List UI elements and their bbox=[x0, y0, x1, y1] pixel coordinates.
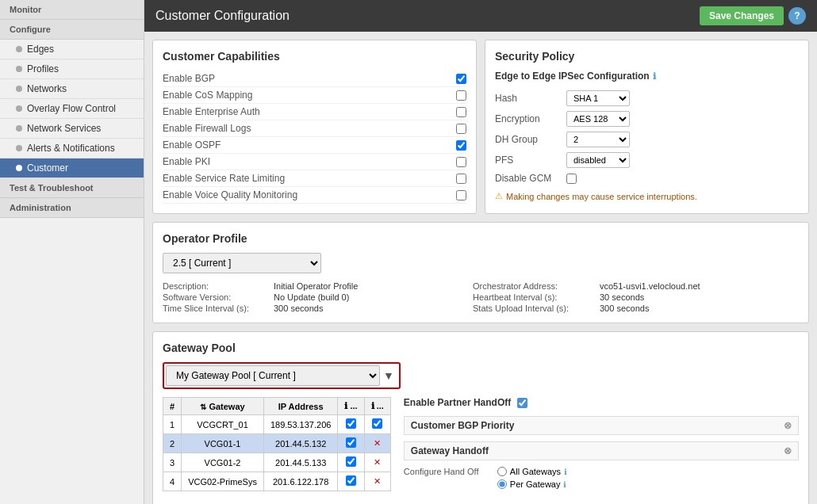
sort-icon: ⇅ bbox=[200, 403, 206, 411]
per-gateway-radio[interactable] bbox=[497, 479, 507, 489]
sidebar-item-customer[interactable]: Customer bbox=[0, 158, 144, 178]
row-check1[interactable] bbox=[338, 472, 364, 491]
row-num: 3 bbox=[163, 453, 182, 472]
pfs-select[interactable]: disabled bbox=[566, 152, 630, 168]
row-ip: 189.53.137.206 bbox=[263, 415, 337, 434]
cap-check-service-rate[interactable] bbox=[456, 174, 466, 184]
row-num: 4 bbox=[163, 472, 182, 491]
col-gateway: ⇅ Gateway bbox=[182, 398, 264, 415]
row-check2[interactable] bbox=[364, 415, 390, 434]
row-check1[interactable] bbox=[338, 434, 364, 453]
row-check1[interactable] bbox=[338, 415, 364, 434]
cap-row-service-rate: Enable Service Rate Limiting bbox=[163, 170, 466, 187]
cap-row-ospf: Enable OSPF bbox=[163, 137, 466, 154]
gateway-pool-select[interactable]: My Gateway Pool [ Current ] bbox=[166, 365, 380, 386]
enable-partner-handoff-check[interactable] bbox=[517, 398, 527, 408]
cap-check-enterprise-auth[interactable] bbox=[456, 107, 466, 117]
security-panel: Security Policy Edge to Edge IPSec Confi… bbox=[485, 40, 809, 214]
software-version-label: Software Version: bbox=[163, 292, 274, 302]
cap-check-cos[interactable] bbox=[456, 90, 466, 101]
customer-bgp-label: Customer BGP Priority ⊗ bbox=[404, 416, 799, 435]
gateway-handoff-collapse-icon[interactable]: ⊗ bbox=[784, 445, 792, 456]
test-troubleshoot-section[interactable]: Test & Troubleshoot bbox=[0, 178, 144, 198]
row-check2[interactable]: ✕ bbox=[364, 472, 390, 491]
cap-check-ospf[interactable] bbox=[456, 140, 466, 151]
row-gateway: VCG01-2 bbox=[182, 453, 264, 472]
operator-profile-title: Operator Profile bbox=[163, 232, 799, 245]
help-button[interactable]: ? bbox=[788, 7, 806, 25]
table-row[interactable]: 4 VCG02-PrimeSys 201.6.122.178 ✕ bbox=[163, 472, 391, 491]
encryption-select[interactable]: AES 128 bbox=[566, 111, 630, 127]
page-title: Customer Configuration bbox=[155, 9, 290, 23]
disable-gcm-check[interactable] bbox=[566, 174, 577, 184]
operator-profile-panel: Operator Profile 2.5 [ Current ] Descrip… bbox=[152, 222, 809, 323]
cap-row-firewall-logs: Enable Firewall Logs bbox=[163, 120, 466, 137]
cap-check-pki[interactable] bbox=[456, 157, 466, 167]
stats-label: Stats Upload Interval (s): bbox=[473, 304, 600, 313]
gateway-right-panel: Enable Partner HandOff Customer BGP Prio… bbox=[404, 397, 799, 497]
customer-dot-icon bbox=[16, 165, 22, 171]
security-warning: ⚠ Making changes may cause service inter… bbox=[495, 191, 799, 201]
per-gateway-row: Per Gateway ℹ bbox=[404, 478, 799, 491]
sidebar-item-edges[interactable]: Edges bbox=[0, 40, 144, 59]
stats-value: 300 seconds bbox=[600, 304, 799, 313]
gateway-content: # ⇅ Gateway IP Address ℹ ... ℹ ... bbox=[163, 397, 799, 497]
all-gateways-option[interactable]: All Gateways ℹ bbox=[497, 467, 567, 476]
table-row[interactable]: 3 VCG01-2 201.44.5.133 ✕ bbox=[163, 453, 391, 472]
gw-select-arrow: ▼ bbox=[380, 369, 397, 382]
row-gateway: VCG01-1 bbox=[182, 434, 264, 453]
row-num: 2 bbox=[163, 434, 182, 453]
profiles-dot-icon bbox=[16, 66, 22, 72]
gateway-pool-title: Gateway Pool bbox=[163, 342, 799, 354]
sidebar: Monitor Configure Edges Profiles Network… bbox=[0, 0, 144, 504]
row-ip: 201.6.122.178 bbox=[263, 472, 337, 491]
hash-select[interactable]: SHA 1 bbox=[566, 90, 630, 106]
description-value: Initial Operator Profile bbox=[274, 281, 473, 291]
warning-icon: ⚠ bbox=[495, 191, 503, 201]
sec-row-dh-group: DH Group 2 bbox=[495, 129, 799, 150]
cap-row-bgp: Enable BGP bbox=[163, 71, 466, 87]
administration-section[interactable]: Administration bbox=[0, 198, 144, 218]
customer-bgp-section: Customer BGP Priority ⊗ bbox=[404, 416, 799, 435]
enable-partner-handoff-row: Enable Partner HandOff bbox=[404, 397, 799, 408]
edges-dot-icon bbox=[16, 46, 22, 52]
sidebar-item-overlay-flow-control[interactable]: Overlay Flow Control bbox=[0, 99, 144, 119]
row-check2[interactable]: ✕ bbox=[364, 434, 390, 453]
top-row: Customer Capabilities Enable BGP Enable … bbox=[152, 40, 809, 214]
monitor-section: Monitor bbox=[0, 0, 144, 20]
all-gateways-radio[interactable] bbox=[497, 467, 507, 476]
sidebar-item-alerts-notifications[interactable]: Alerts & Notifications bbox=[0, 139, 144, 158]
capabilities-panel: Customer Capabilities Enable BGP Enable … bbox=[152, 40, 477, 214]
customer-bgp-collapse-icon[interactable]: ⊗ bbox=[784, 420, 792, 431]
row-check2[interactable]: ✕ bbox=[364, 453, 390, 472]
cap-row-enterprise-auth: Enable Enterprise Auth bbox=[163, 104, 466, 120]
dh-group-select[interactable]: 2 bbox=[566, 132, 630, 147]
save-changes-button[interactable]: Save Changes bbox=[700, 6, 784, 25]
all-gateways-info-icon: ℹ bbox=[564, 468, 567, 476]
info-icon: ℹ bbox=[653, 71, 656, 82]
cap-check-firewall-logs[interactable] bbox=[456, 124, 466, 134]
row-check1[interactable] bbox=[338, 453, 364, 472]
security-title: Security Policy bbox=[495, 50, 799, 63]
cap-check-bgp[interactable] bbox=[456, 74, 466, 84]
orchestrator-label: Orchestrator Address: bbox=[473, 281, 600, 291]
sidebar-item-networks[interactable]: Networks bbox=[0, 79, 144, 99]
cap-check-voice-quality[interactable] bbox=[456, 190, 466, 200]
table-row[interactable]: 2 VCG01-1 201.44.5.132 ✕ bbox=[163, 434, 391, 453]
security-body: Security Policy Edge to Edge IPSec Confi… bbox=[485, 40, 808, 211]
row-num: 1 bbox=[163, 415, 182, 434]
row-ip: 201.44.5.132 bbox=[263, 434, 337, 453]
capabilities-rows: Enable BGP Enable CoS Mapping Enable Ent… bbox=[163, 71, 466, 204]
sidebar-item-network-services[interactable]: Network Services bbox=[0, 119, 144, 139]
operator-profile-select[interactable]: 2.5 [ Current ] bbox=[163, 253, 321, 273]
table-row[interactable]: 1 VCGCRT_01 189.53.137.206 bbox=[163, 415, 391, 434]
gateway-pool-select-wrapper: My Gateway Pool [ Current ] ▼ bbox=[163, 362, 401, 389]
gateway-handoff-section: Gateway Handoff ⊗ Configure Hand Off All… bbox=[404, 441, 799, 491]
content-area: Customer Capabilities Enable BGP Enable … bbox=[144, 32, 817, 504]
configure-section: Configure bbox=[0, 20, 144, 40]
per-gateway-option[interactable]: Per Gateway ℹ bbox=[497, 479, 567, 489]
sec-row-hash: Hash SHA 1 bbox=[495, 88, 799, 109]
sec-row-encryption: Encryption AES 128 bbox=[495, 109, 799, 129]
row-gateway: VCGCRT_01 bbox=[182, 415, 264, 434]
sidebar-item-profiles[interactable]: Profiles bbox=[0, 59, 144, 79]
